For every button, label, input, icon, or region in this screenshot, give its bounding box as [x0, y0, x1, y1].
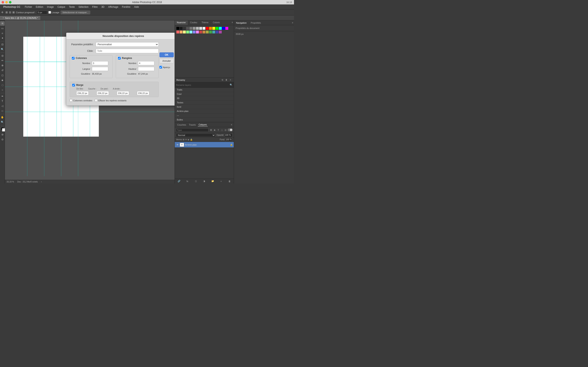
new-group-icon[interactable]: 📁	[211, 179, 215, 183]
renamy-item-bulles[interactable]: Bulles	[175, 118, 234, 122]
layer-arriere-plan[interactable]: 👁 ⊞ Arrière-plan 🔒	[175, 142, 234, 148]
swatch-db[interactable]	[216, 31, 218, 33]
nav-tab-navigation[interactable]: Navigation	[234, 21, 249, 25]
effacer-label[interactable]: Effacer les repères existants	[95, 99, 127, 102]
tool-dodge[interactable]: ○	[0, 88, 5, 92]
tool-crop[interactable]: ⊡	[0, 42, 5, 47]
swatch-blue[interactable]	[222, 27, 225, 30]
colonnes-centrales-label[interactable]: Colonnes centrales	[70, 99, 92, 102]
add-mask-icon[interactable]: ◻	[194, 179, 198, 183]
swatch-orange[interactable]	[209, 27, 212, 30]
layers-filter-input[interactable]	[176, 128, 208, 132]
swatch-dr[interactable]	[199, 31, 202, 33]
new-layer-icon[interactable]: +	[219, 179, 223, 183]
colonnes-centrales-checkbox[interactable]	[70, 99, 72, 102]
traffic-lights[interactable]	[2, 1, 11, 3]
menu-calque[interactable]: Calque	[56, 5, 67, 9]
nombre-cols-input[interactable]	[92, 61, 108, 65]
tool-brush[interactable]: ✏	[0, 58, 5, 63]
gauche-input[interactable]	[96, 91, 109, 95]
filter-smart-icon[interactable]: ◎	[224, 128, 227, 132]
hauteur-input[interactable]	[138, 67, 154, 71]
renamy-item-arriere-plan[interactable]: Arrière-plan	[175, 109, 234, 113]
lock-all-icon[interactable]: 🔒	[190, 138, 192, 141]
renamy-copy-icon[interactable]: ⧉	[221, 78, 224, 82]
new-fill-icon[interactable]: ◑	[202, 179, 206, 183]
menu-image[interactable]: Image	[45, 5, 55, 9]
lock-artboard-icon[interactable]: ◈	[188, 138, 189, 141]
de-pied-input[interactable]	[117, 91, 129, 95]
swatch-6[interactable]	[196, 27, 199, 30]
tab-close-icon[interactable]: ✕	[2, 17, 4, 19]
swatch-lm[interactable]	[196, 31, 199, 33]
maximize-button[interactable]	[9, 1, 11, 3]
nombre-rows-input[interactable]	[138, 61, 154, 65]
apercu-label[interactable]: Aperçu	[159, 66, 174, 68]
colonnes-checkbox[interactable]	[72, 57, 75, 59]
menu-3d[interactable]: 3D	[100, 5, 106, 9]
lock-move-icon[interactable]: ✛	[185, 138, 187, 141]
swatch-5[interactable]	[193, 27, 196, 30]
lock-pixel-icon[interactable]: ⊞	[183, 138, 184, 141]
lissage-checkbox-label[interactable]: Lissage	[48, 11, 60, 14]
effacer-checkbox[interactable]	[95, 99, 97, 102]
blend-mode-select[interactable]: Normal	[176, 133, 215, 137]
delete-layer-icon[interactable]: 🗑	[228, 179, 231, 183]
menu-selection[interactable]: Sélection	[77, 5, 90, 9]
filter-toggle[interactable]	[228, 128, 233, 131]
swatch-dc[interactable]	[212, 31, 215, 33]
swatch-white[interactable]	[203, 27, 205, 30]
filter-pixel-icon[interactable]: ⊞	[209, 128, 213, 132]
swatch-magenta[interactable]	[225, 27, 228, 30]
tool-pen[interactable]: ✒	[0, 94, 5, 99]
parametre-select[interactable]: Personnalisé	[96, 42, 159, 47]
swatch-black[interactable]	[176, 27, 179, 30]
tool-move[interactable]: ✛	[0, 21, 5, 26]
selectionner-masquer-button[interactable]: Sélectionner et masquer...	[61, 11, 90, 14]
close-button[interactable]	[2, 1, 4, 3]
swatch-dy[interactable]	[206, 31, 209, 33]
tool-eraser[interactable]: ◻	[0, 73, 5, 77]
tool-rectangle-select[interactable]: ▭	[0, 26, 5, 31]
a-droite-input[interactable]	[137, 91, 149, 95]
link-layers-icon[interactable]: 🔗	[177, 179, 181, 183]
tool-options2-icon[interactable]: ⊟	[9, 11, 11, 14]
swatch-1[interactable]	[180, 27, 182, 30]
foreground-color[interactable]	[1, 127, 4, 130]
largeur-input[interactable]	[92, 67, 108, 71]
renamy-menu-icon[interactable]: ≡	[229, 78, 232, 82]
renamy-delete-icon[interactable]: 🗑	[225, 78, 228, 82]
renamy-search-input[interactable]	[176, 84, 229, 86]
layers-tab-traces[interactable]: Tracés	[188, 123, 196, 126]
swatch-red[interactable]	[206, 27, 209, 30]
fond-input[interactable]	[225, 138, 233, 141]
swatch-dm[interactable]	[219, 31, 222, 33]
layers-panel-menu-icon[interactable]: ≡	[231, 124, 232, 126]
rangees-checkbox[interactable]	[118, 57, 121, 59]
renamy-item-fond[interactable]: fond	[175, 105, 234, 109]
filter-shape-icon[interactable]: □	[220, 128, 224, 132]
tool-extra2[interactable]: ⊙	[0, 137, 5, 142]
swatch-lo[interactable]	[180, 31, 182, 33]
tool-options-icon[interactable]: ⊞	[6, 11, 8, 14]
filter-adjust-icon[interactable]: ◈	[213, 128, 216, 132]
tool-options3-icon[interactable]: ⊠	[12, 11, 15, 14]
tool-lasso[interactable]: ⌾	[0, 31, 5, 35]
marge-checkbox[interactable]	[72, 84, 75, 86]
contour-input[interactable]	[37, 11, 47, 14]
renamy-item-separator[interactable]: ---	[175, 113, 234, 118]
layer-visibility-icon[interactable]: 👁	[176, 143, 179, 146]
menu-filtre[interactable]: Filtre	[91, 5, 99, 9]
swatch-lg[interactable]	[186, 31, 189, 33]
app-name-menu[interactable]: Photoshop CC	[2, 5, 22, 9]
layers-tab-calques[interactable]: Calques	[198, 123, 208, 126]
tool-extra[interactable]: ⊘	[0, 132, 5, 137]
tool-hand[interactable]: ✋	[0, 115, 5, 119]
swatch-2[interactable]	[183, 27, 186, 30]
minimize-button[interactable]	[5, 1, 8, 3]
tab-coloris[interactable]: Coloris	[211, 20, 222, 25]
document-tab[interactable]: ✕ Sans titre-1 @ 33,3% (CMJN/8) *	[0, 16, 41, 20]
swatch-do[interactable]	[203, 31, 205, 33]
swatch-lb[interactable]	[193, 31, 196, 33]
tool-gradient[interactable]: ◈	[0, 78, 5, 82]
